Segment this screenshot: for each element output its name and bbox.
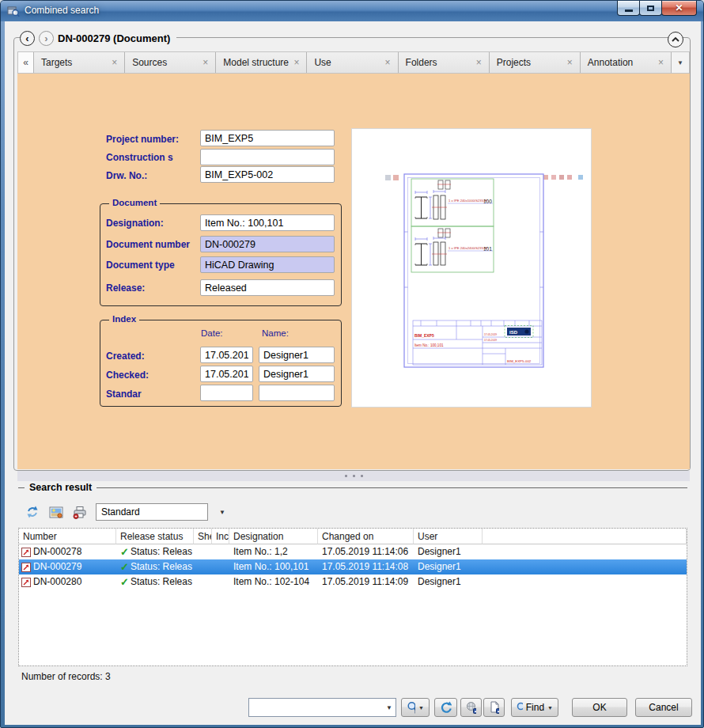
tab-close-icon[interactable]: × <box>567 57 573 68</box>
tab-label: Sources <box>132 57 167 68</box>
tab-scroll-left-button[interactable]: « <box>18 52 34 73</box>
checked-name-field[interactable] <box>259 366 335 382</box>
preset-dropdown-button[interactable]: ▼ <box>216 503 229 521</box>
created-name-field[interactable] <box>259 347 335 363</box>
tab-close-icon[interactable]: × <box>385 57 391 68</box>
table-row-selected[interactable]: DN-000279 ✓ Status: Releas Item No.: 100… <box>19 559 687 574</box>
tab-label: Folders <box>406 57 437 68</box>
drawing-number-field[interactable] <box>200 166 335 183</box>
document-number-label: Document number <box>106 239 190 250</box>
double-chevron-left-icon: « <box>23 57 28 68</box>
combined-search-window: Combined search ✕ ‹ › DN-000279 (Documen… <box>0 0 704 728</box>
dropdown-arrow-icon: ▼ <box>219 509 225 516</box>
result-preset-combobox[interactable]: Standard <box>96 503 208 521</box>
show-preview-button[interactable] <box>48 504 64 520</box>
nav-next-button[interactable]: › <box>39 31 54 46</box>
col-release-status[interactable]: Release status <box>116 529 194 544</box>
minimize-icon <box>625 9 633 12</box>
col-changed-on[interactable]: Changed on <box>318 529 414 544</box>
table-row[interactable]: DN-000278 ✓ Status: Releas Item No.: 1,2… <box>19 544 687 559</box>
refresh-icon <box>440 701 452 714</box>
load-search-button[interactable] <box>460 698 482 717</box>
tab-annotation[interactable]: Annotation× <box>581 52 672 73</box>
tab-folders[interactable]: Folders× <box>399 52 490 73</box>
tab-label: Model structure <box>223 57 289 68</box>
table-row[interactable]: DN-000280 ✓ Status: Releas Item No.: 102… <box>19 574 687 590</box>
titleblock-date-1: 17.05.2019 <box>484 333 497 336</box>
search-save-icon <box>407 701 415 714</box>
drawing-number-label: Drw. No.: <box>106 170 147 181</box>
designation-label: Designation: <box>106 218 164 229</box>
cancel-button[interactable]: Cancel <box>635 698 692 717</box>
search-result-header: Search result <box>18 480 687 495</box>
tab-sources[interactable]: Sources× <box>125 52 216 73</box>
preset-value: Standard <box>101 506 140 518</box>
project-number-field[interactable] <box>200 130 335 146</box>
checked-date-field[interactable] <box>200 366 253 382</box>
tab-model-structure[interactable]: Model structure× <box>216 52 307 73</box>
tab-close-icon[interactable]: × <box>658 57 664 68</box>
tab-close-icon[interactable]: × <box>202 57 208 68</box>
tab-close-icon[interactable]: × <box>293 57 299 68</box>
titlebar[interactable]: Combined search ✕ <box>1 1 703 21</box>
construction-section-field[interactable] <box>200 149 335 165</box>
drawing-document-icon <box>21 548 31 557</box>
cell-designation: Item No.: 1,2 <box>229 544 318 559</box>
cell-changed-on: 17.05.2019 11:14:08 <box>318 559 414 574</box>
cell-designation: Item No.: 100,101 <box>229 559 318 574</box>
print-results-button[interactable] <box>72 504 88 520</box>
tab-label: Projects <box>497 57 531 68</box>
tab-close-icon[interactable]: × <box>112 57 117 68</box>
tab-use[interactable]: Use× <box>307 52 398 73</box>
document-number-field[interactable] <box>200 236 335 252</box>
col-user[interactable]: User <box>414 529 483 544</box>
maximize-button[interactable] <box>639 1 662 16</box>
ok-label: OK <box>592 702 606 713</box>
col-sheet[interactable]: She <box>194 529 212 544</box>
collapse-dash-icon[interactable] <box>18 487 25 488</box>
tab-targets[interactable]: Targets× <box>34 52 125 73</box>
cell-release-status: Status: Releas <box>131 559 192 574</box>
page-save-icon <box>489 701 499 714</box>
titleblock-drawing-no: BIM_EXP5-002 <box>507 359 532 363</box>
nav-previous-button[interactable]: ‹ <box>20 31 35 46</box>
col-designation[interactable]: Designation <box>229 529 318 544</box>
close-button[interactable]: ✕ <box>661 1 697 16</box>
tab-projects[interactable]: Projects× <box>490 52 581 73</box>
tab-close-icon[interactable]: × <box>476 57 482 68</box>
titleblock-designation: Item No.: 100,101 <box>414 343 444 347</box>
combined-search-icon <box>7 5 20 21</box>
cell-user: Designer1 <box>414 574 483 590</box>
release-check-icon: ✓ <box>120 562 129 572</box>
save-search-button[interactable]: ▼ <box>401 698 430 717</box>
chevron-left-icon: ‹ <box>25 33 28 44</box>
release-check-icon: ✓ <box>120 547 129 557</box>
find-button[interactable]: Find ▼ <box>511 698 558 717</box>
ok-button[interactable]: OK <box>572 698 627 717</box>
saved-search-combobox[interactable]: ▼ <box>248 698 396 717</box>
created-date-field[interactable] <box>200 347 253 363</box>
standard-date-field[interactable] <box>200 385 253 401</box>
document-title: DN-000279 (Document) <box>58 32 170 44</box>
record-count-label: Number of records: 3 <box>21 671 111 682</box>
designation-field[interactable] <box>200 214 335 231</box>
drawing-preview-panel[interactable]: 1 x IPE 240x1000/S235JR 100 1 x IPE 240x… <box>351 128 592 408</box>
standard-name-field[interactable] <box>259 385 335 401</box>
search-result-toolbar: Standard ▼ <box>25 502 229 521</box>
release-field[interactable] <box>200 279 335 296</box>
dropdown-arrow-icon[interactable]: ▼ <box>383 699 396 716</box>
document-type-field[interactable] <box>200 256 335 273</box>
checked-label: Checked: <box>106 370 149 381</box>
col-index[interactable]: Inc <box>212 529 229 544</box>
cell-user: Designer1 <box>414 559 483 574</box>
col-number[interactable]: Number <box>19 529 116 544</box>
tab-overflow-button[interactable]: ▼ <box>672 52 689 73</box>
refresh-results-button[interactable] <box>25 504 40 520</box>
minimize-button[interactable] <box>617 1 640 16</box>
new-search-button[interactable] <box>483 698 505 717</box>
search-results-table: Number Release status She Inc Designatio… <box>18 528 687 666</box>
drawing-preview-image: 1 x IPE 240x1000/S235JR 100 1 x IPE 240x… <box>352 129 591 407</box>
refresh-search-button[interactable] <box>434 698 457 717</box>
collapse-panel-button[interactable] <box>668 32 683 47</box>
drawing-document-icon <box>21 563 31 572</box>
